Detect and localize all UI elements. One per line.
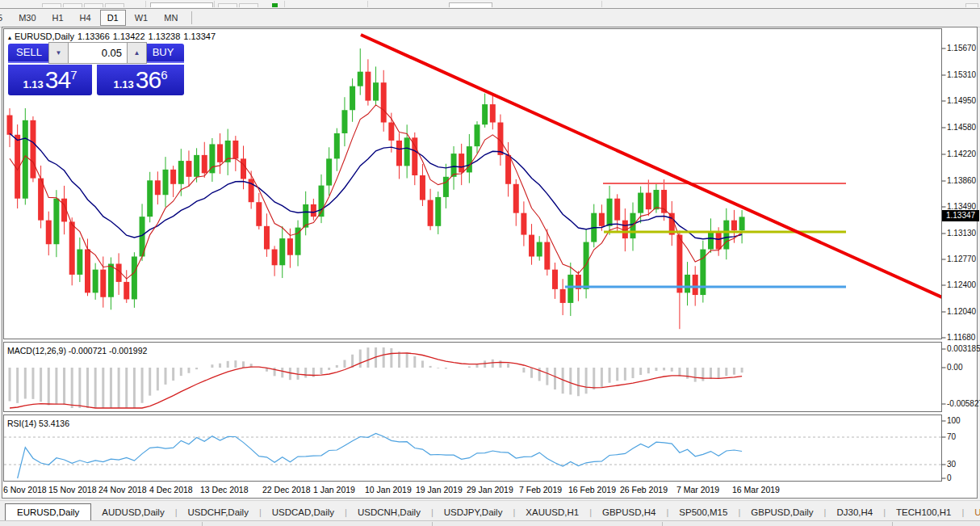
chart-tab-gbpusd-h4[interactable]: GBPUSD,H4 bbox=[592, 504, 666, 521]
chart-tab-usdjpy-daily[interactable]: USDJPY,Daily bbox=[433, 504, 513, 521]
time-axis-label: 22 Dec 2018 bbox=[262, 485, 311, 494]
price-scale-label: 1.12400 bbox=[947, 280, 976, 289]
sell-price-sup: 7 bbox=[70, 68, 77, 82]
timeframe-button-mn[interactable]: MN bbox=[157, 10, 185, 26]
time-axis-label: 15 Nov 2018 bbox=[48, 485, 97, 494]
bottom-status-strip bbox=[0, 520, 980, 526]
chart-tab-sp500-m15[interactable]: SP500,M15 bbox=[668, 504, 738, 521]
sell-price-tile[interactable]: 1.13 34 7 bbox=[8, 65, 92, 95]
volume-input[interactable] bbox=[68, 43, 128, 63]
price-scale-label: 1.14580 bbox=[947, 123, 976, 132]
toolbar-remnant bbox=[105, 3, 124, 7]
ohlc-high: 1.13422 bbox=[113, 32, 145, 41]
timeframe-button-h1[interactable]: H1 bbox=[45, 10, 71, 26]
price-scale-label: 1.15310 bbox=[947, 70, 976, 79]
rsi-scale-label: 30 bbox=[947, 460, 956, 469]
buy-price-tile[interactable]: 1.13 36 6 bbox=[97, 65, 184, 95]
timeframe-button-d1[interactable]: D1 bbox=[100, 10, 126, 26]
rsi-label: RSI(14) 53.4136 bbox=[7, 419, 69, 428]
ohlc-low: 1.13238 bbox=[149, 32, 181, 41]
toolbar-remnant bbox=[63, 3, 82, 7]
chart-tab-dj30-h4[interactable]: DJ30,H4 bbox=[826, 504, 883, 521]
timeframe-toolbar: 5M30H1H4D1W1MN bbox=[0, 9, 980, 27]
chart-tab-tech100-h1[interactable]: TECH100,H1 bbox=[886, 504, 961, 521]
price-scale-label: 1.13860 bbox=[947, 176, 976, 185]
time-axis-label: 10 Jan 2019 bbox=[365, 485, 412, 494]
chart-tab-eurusd-daily[interactable]: EURUSD,Daily bbox=[5, 503, 91, 521]
macd-scale-label: 0.003185 bbox=[947, 344, 980, 353]
toolbar-remnant bbox=[218, 3, 237, 7]
macd-scale-label: -0.005827 bbox=[947, 399, 980, 408]
sell-button[interactable]: SELL bbox=[8, 44, 50, 63]
timeframe-button-5[interactable]: 5 bbox=[0, 10, 10, 26]
buy-button[interactable]: BUY bbox=[142, 44, 184, 63]
timeframe-button-w1[interactable]: W1 bbox=[128, 10, 156, 26]
macd-label: MACD(12,26,9) -0.000721 -0.001992 bbox=[7, 346, 147, 356]
collapse-icon[interactable]: ▴ bbox=[8, 34, 11, 41]
time-axis-label: 7 Mar 2019 bbox=[676, 485, 719, 494]
volume-increase-button[interactable]: ▲ bbox=[128, 43, 146, 63]
toolbar-remnant-green bbox=[272, 3, 278, 7]
price-scale-label: 1.11680 bbox=[947, 333, 975, 342]
symbol-label: EURUSD,Daily bbox=[15, 32, 74, 41]
volume-decrease-button[interactable]: ▼ bbox=[49, 43, 68, 63]
time-axis-label: 6 Nov 2018 bbox=[3, 485, 47, 494]
toolbar-remnant bbox=[449, 2, 492, 7]
time-axis-label: 7 Feb 2019 bbox=[519, 485, 562, 494]
buy-price-big: 36 bbox=[136, 66, 161, 94]
time-axis-label: 1 Jan 2019 bbox=[313, 485, 355, 494]
top-toolbar-partial bbox=[0, 0, 980, 9]
time-axis: 6 Nov 201815 Nov 201824 Nov 20184 Dec 20… bbox=[0, 483, 980, 498]
timeframe-button-m30[interactable]: M30 bbox=[11, 10, 43, 26]
chart-tab-ui[interactable]: UI bbox=[964, 504, 980, 521]
chart-tab-usdcnh-daily[interactable]: USDCNH,Daily bbox=[347, 504, 431, 521]
rsi-scale-label: 0 bbox=[947, 473, 952, 482]
timeframe-button-h4[interactable]: H4 bbox=[73, 10, 98, 26]
time-axis-label: 4 Dec 2018 bbox=[149, 485, 193, 494]
chart-tab-gbpusd-daily[interactable]: GBPUSD,Daily bbox=[740, 504, 823, 521]
time-axis-label: 26 Feb 2019 bbox=[620, 485, 668, 494]
current-price-tag: 1.13347 bbox=[942, 210, 979, 221]
time-axis-label: 16 Mar 2019 bbox=[732, 485, 780, 494]
time-axis-label: 29 Jan 2019 bbox=[467, 485, 513, 494]
price-scale-label: 1.15670 bbox=[947, 44, 976, 53]
toolbar-remnant bbox=[965, 3, 978, 7]
toolbar-remnant bbox=[42, 3, 61, 7]
time-axis-label: 16 Feb 2019 bbox=[568, 485, 616, 494]
chart-header: ▴EURUSD,Daily1.133661.134221.132381.1334… bbox=[8, 32, 219, 41]
macd-scale-label: 0.00 bbox=[947, 363, 962, 372]
time-axis-label: 13 Dec 2018 bbox=[200, 485, 249, 494]
buy-price-prefix: 1.13 bbox=[113, 78, 133, 90]
one-click-trading-panel: SELL BUY ▼ ▲ 1.13 34 7 1.13 36 6 bbox=[8, 44, 184, 95]
toolbar-remnant bbox=[150, 2, 213, 7]
ohlc-open: 1.13366 bbox=[77, 32, 110, 41]
chart-tab-usdchf-daily[interactable]: USDCHF,Daily bbox=[178, 504, 259, 521]
rsi-scale-label: 70 bbox=[947, 432, 956, 441]
time-axis-label: 24 Nov 2018 bbox=[98, 485, 147, 494]
price-scale-label: 1.14220 bbox=[947, 149, 976, 158]
chart-tab-bar: EURUSD,DailyAUDUSD,Daily|USDCHF,Daily|US… bbox=[0, 500, 980, 521]
price-scale-label: 1.12770 bbox=[947, 255, 976, 263]
trade-panel-top-row: SELL BUY ▼ ▲ bbox=[8, 44, 184, 63]
chart-window[interactable] bbox=[2, 27, 978, 499]
chart-tab-audusd-daily[interactable]: AUDUSD,Daily bbox=[91, 504, 174, 521]
sell-price-big: 34 bbox=[45, 66, 70, 94]
volume-stepper: ▼ ▲ bbox=[48, 42, 147, 64]
toolbar-remnant bbox=[239, 3, 258, 7]
sell-price-prefix: 1.13 bbox=[23, 78, 43, 90]
rsi-scale-label: 100 bbox=[947, 416, 961, 425]
ohlc-close: 1.13347 bbox=[183, 32, 216, 41]
time-axis-label: 19 Jan 2019 bbox=[416, 485, 463, 494]
chart-tab-xauusd-h1[interactable]: XAUUSD,H1 bbox=[515, 504, 589, 521]
price-scale-label: 1.14950 bbox=[947, 96, 976, 105]
price-scale-label: 1.12040 bbox=[947, 307, 976, 316]
toolbar-remnant bbox=[84, 3, 103, 7]
buy-price-sup: 6 bbox=[161, 68, 167, 82]
price-scale-label: 1.13130 bbox=[947, 229, 976, 238]
chart-tab-usdcad-daily[interactable]: USDCAD,Daily bbox=[262, 504, 345, 521]
